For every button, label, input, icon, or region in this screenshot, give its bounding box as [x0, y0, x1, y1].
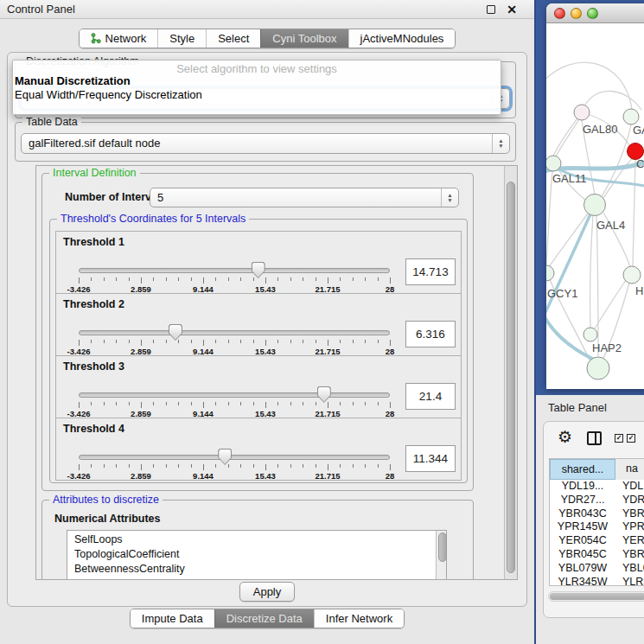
network-edge[interactable]	[549, 214, 588, 267]
split-columns-icon[interactable]	[587, 431, 602, 445]
network-edge[interactable]	[584, 91, 641, 110]
table-row[interactable]: YDL19...YDL1	[550, 480, 644, 494]
network-edge[interactable]	[546, 62, 632, 109]
table-panel-title: Table Panel	[548, 401, 607, 414]
network-edge[interactable]	[546, 171, 552, 265]
column-header[interactable]: shared...	[550, 459, 615, 480]
slider-thumb[interactable]	[317, 386, 331, 403]
network-edge[interactable]	[590, 215, 593, 328]
network-edge[interactable]	[633, 160, 635, 266]
threshold-label: Threshold 3	[63, 360, 124, 373]
threshold-slider[interactable]	[79, 330, 390, 335]
tab-select[interactable]: Select	[206, 29, 260, 48]
table-row[interactable]: YDR27...YDR2	[550, 494, 644, 507]
threshold-value-field[interactable]: 11.344	[405, 445, 456, 472]
scrollbar-thumb[interactable]	[507, 182, 515, 573]
slider-thumb[interactable]	[252, 262, 265, 278]
table-cell: YBR045C	[550, 548, 615, 562]
threshold-slider[interactable]	[79, 268, 390, 273]
threshold-slider[interactable]	[79, 392, 390, 398]
tab-network[interactable]: Network	[80, 29, 158, 48]
slider-thumb[interactable]	[169, 324, 182, 341]
table-row[interactable]: YBR043CYBR0	[550, 507, 644, 521]
network-node-label: HAP2	[592, 341, 622, 354]
network-node[interactable]	[546, 156, 561, 171]
dropdown-prompt: Select algorithm to view settings	[13, 61, 501, 74]
control-panel-titlebar: Control Panel ✕	[0, 0, 534, 19]
network-node[interactable]	[546, 265, 554, 281]
close-icon[interactable]: ✕	[507, 2, 517, 17]
table-row[interactable]: YBL079WYBL0	[550, 562, 644, 576]
attribute-item[interactable]: BetweennessCentrality	[67, 562, 436, 577]
threshold-value-field[interactable]: 6.316	[405, 321, 456, 348]
close-traffic-light-icon[interactable]	[554, 8, 565, 19]
settings-scrollpane: Interval Definition Number of Intervals …	[35, 165, 518, 580]
network-edge[interactable]	[553, 118, 577, 156]
dropdown-item[interactable]: Manual Discretization	[13, 74, 501, 88]
tab-infer-network[interactable]: Infer Network	[314, 609, 404, 628]
network-node[interactable]	[584, 194, 606, 216]
dropdown-item[interactable]: Equal Width/Frequency Discretization	[13, 88, 501, 102]
checkbox-icon[interactable]: ✓	[627, 434, 635, 443]
threshold-value-field[interactable]: 21.4	[405, 383, 456, 410]
network-edge[interactable]	[556, 119, 579, 156]
network-node-label: GAL80	[583, 123, 617, 136]
table-row[interactable]: YLR345WYLR3	[550, 576, 644, 586]
table-row[interactable]: YPR145WYPR1	[550, 520, 644, 534]
table-horizontal-scrollbar[interactable]	[548, 591, 644, 602]
gear-icon[interactable]: ⚙	[558, 429, 572, 446]
table-cell: YPR145W	[550, 520, 615, 534]
network-edge-highlighted[interactable]	[546, 208, 593, 322]
table-data-combo[interactable]: galFiltered.sif default node ▲▼	[21, 133, 510, 154]
tab-impute-data[interactable]: Impute Data	[131, 609, 214, 628]
threshold-row: Threshold 3-3.4262.8599.14415.4321.71528…	[55, 355, 462, 418]
table-cell: YDL19...	[550, 480, 615, 494]
network-window-titlebar[interactable]	[546, 3, 644, 23]
network-canvas[interactable]: GAL80GACGAL11GAL4GCY1HHAP2	[546, 23, 644, 389]
number-of-intervals-combo[interactable]: 5 ▲▼	[150, 188, 459, 207]
tab-discretize-data[interactable]: Discretize Data	[214, 609, 314, 628]
table-cell: YBR043C	[550, 507, 615, 521]
threshold-label: Threshold 2	[63, 298, 124, 310]
table-cell: YLR345W	[550, 576, 615, 586]
network-node[interactable]	[587, 357, 609, 379]
attributes-scrollbar[interactable]	[436, 531, 446, 579]
table-row[interactable]: YER054CYER0	[550, 534, 644, 548]
threshold-value-field[interactable]: 14.713	[405, 258, 456, 285]
combo-value: galFiltered.sif default node	[29, 134, 160, 153]
minimize-traffic-light-icon[interactable]	[571, 8, 582, 19]
tab-cyni-toolbox[interactable]: Cyni Toolbox	[260, 29, 348, 48]
network-icon	[91, 33, 101, 44]
network-node-label: H	[635, 284, 643, 297]
network-node[interactable]	[574, 105, 590, 120]
slider-thumb[interactable]	[218, 449, 232, 465]
attribute-item[interactable]: SelfLoops	[67, 532, 436, 547]
network-edge[interactable]	[595, 280, 626, 328]
column-header[interactable]: na	[615, 459, 644, 480]
apply-button[interactable]: Apply	[239, 582, 295, 602]
network-node[interactable]	[583, 328, 597, 341]
threshold-coordinates-group: Threshold's Coordinates for 5 Intervals …	[49, 219, 468, 483]
attribute-item[interactable]: TopologicalCoefficient	[67, 547, 436, 562]
numerical-attributes-label: Numerical Attributes	[54, 513, 160, 525]
zoom-traffic-light-icon[interactable]	[587, 8, 598, 19]
attributes-list[interactable]: SelfLoopsTopologicalCoefficientBetweenne…	[67, 530, 447, 579]
network-node[interactable]	[623, 266, 641, 284]
table-row[interactable]: YBR045CYBR0	[550, 548, 644, 562]
network-node[interactable]	[623, 109, 639, 124]
tab-label: Style	[169, 29, 194, 48]
top-tab-bar: NetworkStyleSelectCyni ToolboxjActiveMNo…	[0, 29, 534, 48]
threshold-slider[interactable]	[79, 455, 390, 460]
tab-jactivemnodules[interactable]: jActiveMNodules	[348, 29, 456, 48]
node-table-card: ⚙ ✓ ✓ shared...na YDL19...YDL1YDR27...YD…	[543, 421, 644, 618]
network-node-label: GAL4	[596, 219, 625, 232]
settings-scrollbar[interactable]	[504, 166, 517, 579]
scrollbar-thumb[interactable]	[438, 532, 447, 562]
table-cell: YLR3	[615, 576, 644, 586]
tab-style[interactable]: Style	[157, 29, 206, 48]
float-window-icon[interactable]	[487, 5, 495, 14]
scrollbar-thumb[interactable]	[550, 593, 644, 600]
network-view-window: GAL80GACGAL11GAL4GCY1HHAP2	[546, 3, 644, 389]
group-title: Interval Definition	[49, 167, 140, 179]
checkbox-icon[interactable]: ✓	[615, 434, 623, 443]
